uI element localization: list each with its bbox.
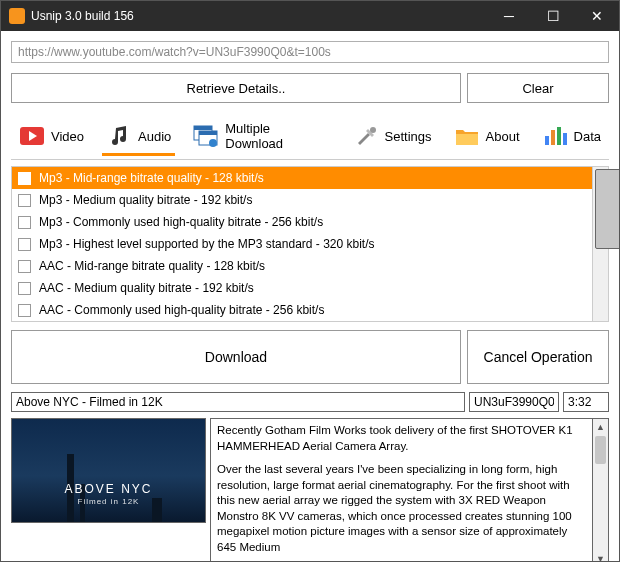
format-list[interactable]: Mp3 - Mid-range bitrate quality - 128 kb…	[11, 166, 593, 322]
titlebar: Usnip 3.0 build 156 ─ ☐ ✕	[1, 1, 619, 31]
folder-icon	[454, 125, 480, 147]
scroll-up-icon[interactable]: ▲	[593, 419, 608, 435]
checkbox[interactable]	[18, 238, 31, 251]
svg-rect-5	[199, 131, 217, 135]
svg-point-7	[370, 127, 376, 133]
video-title-input[interactable]	[11, 392, 465, 412]
checkbox[interactable]	[18, 260, 31, 273]
format-item[interactable]: Mp3 - Highest level supported by the MP3…	[12, 233, 592, 255]
checkbox[interactable]	[18, 194, 31, 207]
svg-rect-10	[551, 130, 555, 145]
tools-icon	[353, 125, 379, 147]
format-label: AAC - Mid-range bitrate quality - 128 kb…	[39, 259, 265, 273]
windows-icon	[193, 125, 219, 147]
cancel-button[interactable]: Cancel Operation	[467, 330, 609, 384]
thumb-title: ABOVE NYC	[12, 482, 205, 496]
scroll-down-icon[interactable]: ▼	[593, 551, 608, 562]
format-item[interactable]: Mp3 - Mid-range bitrate quality - 128 kb…	[12, 167, 592, 189]
svg-rect-11	[557, 127, 561, 145]
tab-settings[interactable]: Settings	[351, 121, 434, 155]
video-duration-input[interactable]	[563, 392, 609, 412]
format-label: AAC - Medium quality bitrate - 192 kbit/…	[39, 281, 254, 295]
svg-point-6	[209, 139, 217, 147]
tab-label: Settings	[385, 129, 432, 144]
checkbox[interactable]	[18, 172, 31, 185]
tab-video[interactable]: Video	[17, 121, 86, 155]
app-icon	[9, 8, 25, 24]
tab-label: Data	[574, 129, 601, 144]
svg-rect-8	[456, 134, 478, 145]
description-scrollbar[interactable]: ▲ ▼	[593, 418, 609, 562]
svg-rect-12	[563, 133, 567, 145]
checkbox[interactable]	[18, 282, 31, 295]
checkbox[interactable]	[18, 216, 31, 229]
music-note-icon	[106, 125, 132, 147]
url-input[interactable]	[11, 41, 609, 63]
scrollbar-thumb[interactable]	[595, 169, 620, 249]
tab-bar: Video Audio Multiple Download Settings A…	[11, 117, 609, 160]
play-icon	[19, 125, 45, 147]
retrieve-button[interactable]: Retrieve Details..	[11, 73, 461, 103]
description-paragraph: Over the last several years I've been sp…	[217, 462, 586, 555]
video-description[interactable]: Recently Gotham Film Works took delivery…	[210, 418, 593, 562]
video-id-input[interactable]	[469, 392, 559, 412]
format-label: Mp3 - Highest level supported by the MP3…	[39, 237, 375, 251]
format-scrollbar[interactable]	[593, 166, 609, 322]
format-label: Mp3 - Commonly used high-quality bitrate…	[39, 215, 323, 229]
checkbox[interactable]	[18, 304, 31, 317]
checkbox[interactable]	[18, 322, 31, 323]
format-item[interactable]: AAC - Commonly used high-quality bitrate…	[12, 299, 592, 321]
thumb-subtitle: Filmed in 12K	[12, 497, 205, 506]
svg-rect-3	[194, 126, 212, 130]
format-label: Mp3 - Medium quality bitrate - 192 kbit/…	[39, 193, 252, 207]
video-thumbnail: ABOVE NYC Filmed in 12K	[11, 418, 206, 523]
tab-about[interactable]: About	[452, 121, 522, 155]
svg-rect-9	[545, 136, 549, 145]
format-label: AAC - Commonly used high-quality bitrate…	[39, 303, 324, 317]
tab-audio[interactable]: Audio	[104, 121, 173, 155]
scrollbar-thumb[interactable]	[595, 436, 606, 464]
bar-chart-icon	[542, 125, 568, 147]
format-item[interactable]: AAC - Optimal high-quality bitrate - 320…	[12, 321, 592, 322]
tab-label: Video	[51, 129, 84, 144]
tab-data[interactable]: Data	[540, 121, 603, 155]
tab-multiple-download[interactable]: Multiple Download	[191, 117, 332, 159]
format-item[interactable]: Mp3 - Medium quality bitrate - 192 kbit/…	[12, 189, 592, 211]
format-label: AAC - Optimal high-quality bitrate - 320…	[39, 321, 279, 322]
tab-label: Multiple Download	[225, 121, 330, 151]
download-button[interactable]: Download	[11, 330, 461, 384]
maximize-button[interactable]: ☐	[531, 1, 575, 31]
format-item[interactable]: Mp3 - Commonly used high-quality bitrate…	[12, 211, 592, 233]
tab-label: About	[486, 129, 520, 144]
tab-label: Audio	[138, 129, 171, 144]
format-label: Mp3 - Mid-range bitrate quality - 128 kb…	[39, 171, 264, 185]
description-paragraph: Recently Gotham Film Works took delivery…	[217, 423, 586, 454]
minimize-button[interactable]: ─	[487, 1, 531, 31]
format-item[interactable]: AAC - Medium quality bitrate - 192 kbit/…	[12, 277, 592, 299]
window-title: Usnip 3.0 build 156	[31, 9, 487, 23]
clear-button[interactable]: Clear	[467, 73, 609, 103]
format-item[interactable]: AAC - Mid-range bitrate quality - 128 kb…	[12, 255, 592, 277]
close-button[interactable]: ✕	[575, 1, 619, 31]
